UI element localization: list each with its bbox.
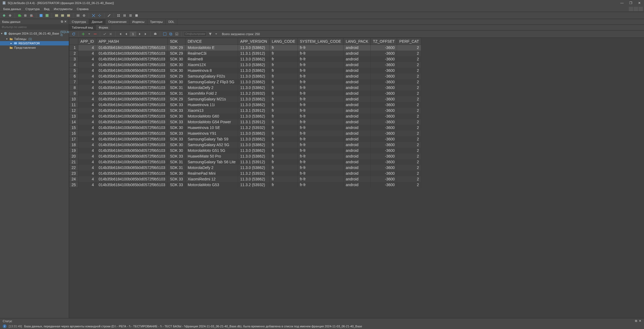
data-cell[interactable]: -3600 xyxy=(371,153,397,159)
row-number-cell[interactable]: 9 xyxy=(69,91,78,96)
new-view-button[interactable] xyxy=(76,13,81,18)
data-cell[interactable]: 4 xyxy=(78,102,96,108)
remove-db-button[interactable] xyxy=(29,13,34,18)
row-number-cell[interactable]: 19 xyxy=(69,148,78,153)
data-cell[interactable]: -3600 xyxy=(371,142,397,148)
data-cell[interactable]: fr xyxy=(270,113,298,119)
data-cell[interactable]: fr xyxy=(270,51,298,56)
data-cell[interactable]: fr xyxy=(270,153,298,159)
data-cell[interactable]: 4 xyxy=(78,142,96,148)
data-cell[interactable]: fr-fr xyxy=(298,91,343,96)
column-header[interactable]: DEVICE xyxy=(185,38,238,45)
data-cell[interactable]: android xyxy=(343,45,371,51)
data-cell[interactable]: Realme8 xyxy=(185,56,238,62)
data-cell[interactable]: fr xyxy=(270,108,298,113)
data-cell[interactable]: -3600 xyxy=(371,102,397,108)
data-cell[interactable]: SDK 30 xyxy=(168,113,185,119)
data-cell[interactable]: 4 xyxy=(78,108,96,113)
tab-data[interactable]: Данные xyxy=(89,19,106,24)
minimize-button[interactable]: — xyxy=(620,1,624,5)
data-cell[interactable]: SDK 30 xyxy=(168,148,185,153)
data-cell[interactable]: Xiaomi13 xyxy=(185,108,238,113)
tb-btn-1[interactable] xyxy=(116,13,121,18)
data-cell[interactable]: 2 xyxy=(397,51,421,56)
data-cell[interactable]: fr-fr xyxy=(298,102,343,108)
data-cell[interactable]: 11.3.0 (53862) xyxy=(238,176,270,182)
data-cell[interactable]: RealmeC3i xyxy=(185,51,238,56)
tab-triggers[interactable]: Триггеры xyxy=(147,19,166,24)
table-row[interactable]: 44014b35b6184100b085b0d0572f9b5103SDK 30… xyxy=(69,62,421,68)
data-cell[interactable]: -3600 xyxy=(371,159,397,165)
table-row[interactable]: 164014b35b6184100b085b0d0572f9b5103SDK 3… xyxy=(69,131,421,136)
data-cell[interactable]: fr-fr xyxy=(298,79,343,85)
data-cell[interactable]: android xyxy=(343,96,371,102)
mdi-min-icon[interactable] xyxy=(629,7,633,11)
table-row[interactable]: 104014b35b6184100b085b0d0572f9b5103SDK 2… xyxy=(69,96,421,102)
menu-help[interactable]: Справка xyxy=(75,7,91,11)
column-header[interactable]: LANG_CODE xyxy=(270,38,298,45)
data-cell[interactable]: 11.3.0 (53862) xyxy=(238,153,270,159)
tab-structure[interactable]: Структура xyxy=(69,19,89,24)
data-cell[interactable]: 11.3.0 (53862) xyxy=(238,73,270,79)
data-cell[interactable]: fr xyxy=(270,165,298,171)
tab-indexes[interactable]: Индексы xyxy=(129,19,147,24)
data-cell[interactable]: fr xyxy=(270,68,298,73)
data-cell[interactable]: android xyxy=(343,119,371,125)
data-cell[interactable]: 4 xyxy=(78,159,96,165)
data-cell[interactable]: android xyxy=(343,142,371,148)
data-grid[interactable]: APP_IDAPP_HASHSDKDEVICEAPP_VERSIONLANG_C… xyxy=(69,38,644,318)
rollback-button[interactable] xyxy=(108,32,113,36)
tb-btn-3[interactable] xyxy=(128,13,133,18)
filter-text-input[interactable] xyxy=(184,32,207,36)
data-cell[interactable]: 2 xyxy=(397,125,421,131)
row-number-cell[interactable]: 8 xyxy=(69,85,78,91)
expand-icon[interactable]: ▸ xyxy=(10,42,13,45)
data-cell[interactable]: fr-fr xyxy=(298,171,343,176)
data-cell[interactable]: fr-fr xyxy=(298,142,343,148)
wand-button[interactable] xyxy=(107,13,112,18)
insert-row-button[interactable] xyxy=(81,32,86,36)
row-number-cell[interactable]: 14 xyxy=(69,119,78,125)
data-cell[interactable]: android xyxy=(343,85,371,91)
row-number-cell[interactable]: 20 xyxy=(69,153,78,159)
data-cell[interactable]: fr-fr xyxy=(298,51,343,56)
data-cell[interactable]: android xyxy=(343,73,371,79)
data-cell[interactable]: 4 xyxy=(78,131,96,136)
status-undock-icon[interactable]: ⧉ xyxy=(635,319,637,323)
table-row[interactable]: 124014b35b6184100b085b0d0572f9b5103SDK 3… xyxy=(69,108,421,113)
menu-tools[interactable]: Инструменты xyxy=(52,7,75,11)
data-cell[interactable]: 2 xyxy=(397,68,421,73)
data-cell[interactable]: 2 xyxy=(397,91,421,96)
data-cell[interactable]: -3600 xyxy=(371,68,397,73)
data-cell[interactable]: fr-fr xyxy=(298,108,343,113)
table-row[interactable]: 224014b35b6184100b085b0d0572f9b5103SDK 3… xyxy=(69,165,421,171)
data-cell[interactable]: 11.3.0 (53862) xyxy=(238,113,270,119)
data-cell[interactable]: fr-fr xyxy=(298,85,343,91)
data-cell[interactable]: 2 xyxy=(397,62,421,68)
table-row[interactable]: 54014b35b6184100b085b0d0572f9b5103SDK 30… xyxy=(69,68,421,73)
column-header[interactable]: APP_ID xyxy=(78,38,96,45)
data-cell[interactable]: fr xyxy=(270,91,298,96)
column-header[interactable]: APP_HASH xyxy=(96,38,168,45)
data-cell[interactable]: SDK 33 xyxy=(168,153,185,159)
data-cell[interactable]: MotorolaMoto E xyxy=(185,45,238,51)
data-cell[interactable]: 4 xyxy=(78,56,96,62)
data-cell[interactable]: 2 xyxy=(397,136,421,142)
mdi-close-icon[interactable] xyxy=(639,7,643,11)
data-cell[interactable]: 4 xyxy=(78,176,96,182)
collapse-icon[interactable]: ▾ xyxy=(1,32,2,35)
data-cell[interactable]: -3600 xyxy=(371,96,397,102)
data-cell[interactable]: 014b35b6184100b085b0d0572f9b5103 xyxy=(96,62,168,68)
row-number-cell[interactable]: 4 xyxy=(69,62,78,68)
data-cell[interactable]: fr-fr xyxy=(298,96,343,102)
row-number-cell[interactable]: 2 xyxy=(69,51,78,56)
edit-db-button[interactable] xyxy=(23,13,28,18)
next-page-button[interactable] xyxy=(137,32,142,36)
data-cell[interactable]: fr-fr xyxy=(298,119,343,125)
status-close-icon[interactable]: ✕ xyxy=(639,319,641,323)
data-cell[interactable]: SDK 30 xyxy=(168,68,185,73)
data-cell[interactable]: -3600 xyxy=(371,125,397,131)
column-header[interactable]: APP_VERSION xyxy=(238,38,270,45)
data-cell[interactable]: fr-fr xyxy=(298,56,343,62)
data-cell[interactable]: SDK 33 xyxy=(168,131,185,136)
